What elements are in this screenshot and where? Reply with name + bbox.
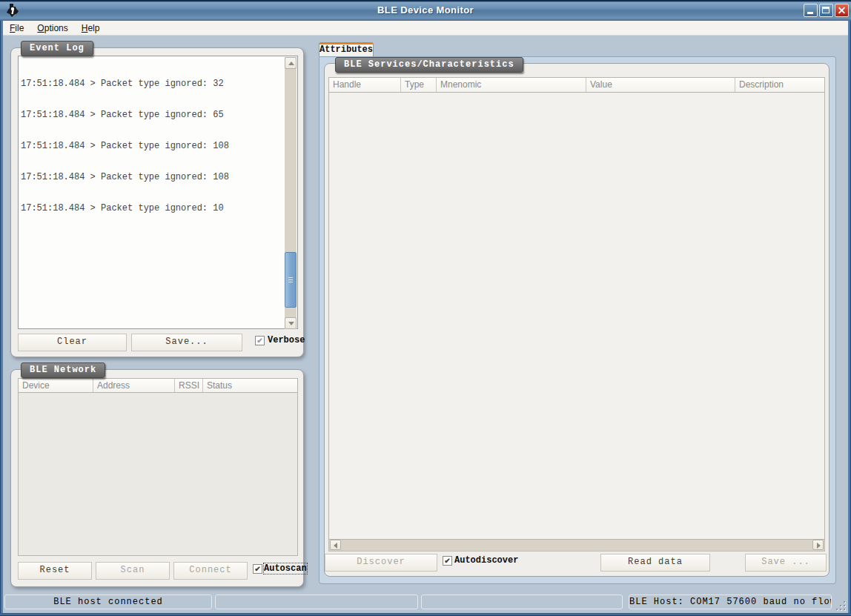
status-section-2 <box>215 595 418 609</box>
discover-button[interactable]: Discover <box>325 554 437 572</box>
ble-network-title: BLE Network <box>21 362 105 378</box>
log-line: 17:51:18.484 > Packet type ignored: 108 <box>21 141 282 151</box>
status-section-3 <box>421 595 623 609</box>
verbose-checkbox[interactable]: ✔ <box>255 336 265 345</box>
maximize-icon <box>822 7 830 13</box>
window-border-bottom <box>0 613 851 616</box>
log-line: 17:51:18.484 > Packet type ignored: 32 <box>21 79 282 89</box>
scroll-right-button[interactable] <box>812 540 824 550</box>
resize-grip-icon[interactable] <box>835 600 847 611</box>
close-button[interactable] <box>835 4 849 17</box>
menu-options[interactable]: Options <box>30 21 74 35</box>
log-line: 17:51:18.484 > Packet type ignored: 10 <box>21 203 282 213</box>
window-title: BLE Device Monitor <box>0 4 851 16</box>
read-data-button[interactable]: Read data <box>600 554 710 572</box>
event-log-view[interactable]: 17:51:18.484 > Packet type ignored: 32 1… <box>18 56 298 329</box>
services-group-title: BLE Services/Characteristics <box>335 57 523 73</box>
autoscan-label[interactable]: Autoscan <box>264 563 307 574</box>
menu-help[interactable]: Help <box>75 21 107 35</box>
arrow-right-icon <box>817 543 821 549</box>
clear-button[interactable]: Clear <box>18 334 127 351</box>
minimize-icon <box>807 12 813 14</box>
menu-bar: File Options Help <box>3 21 848 36</box>
title-bar[interactable]: BLE Device Monitor <box>0 0 851 21</box>
col-description[interactable]: Description <box>735 78 824 92</box>
scroll-up-button[interactable] <box>285 57 297 69</box>
services-hscrollbar[interactable] <box>328 540 825 552</box>
maximize-button[interactable] <box>819 4 833 17</box>
col-handle[interactable]: Handle <box>329 78 401 92</box>
arrow-left-icon <box>334 543 337 549</box>
connect-button[interactable]: Connect <box>173 562 248 580</box>
col-device[interactable]: Device <box>19 379 93 392</box>
col-value[interactable]: Value <box>586 78 735 92</box>
col-rssi[interactable]: RSSI <box>175 379 203 392</box>
arrow-down-icon <box>288 322 294 325</box>
services-header: Handle Type Mnenomic Value Description <box>329 78 824 93</box>
status-host-connection: BLE host connected <box>4 595 212 609</box>
tab-attributes[interactable]: Attributes <box>319 42 374 57</box>
reset-button[interactable]: Reset <box>18 562 92 580</box>
minimize-button[interactable] <box>804 4 818 17</box>
save-attributes-button[interactable]: Save ... <box>745 554 827 572</box>
scan-button[interactable]: Scan <box>96 562 170 580</box>
autoscan-checkbox[interactable]: ✔ <box>253 564 262 574</box>
status-host-settings: BLE Host: COM17 57600 baud no flowc. <box>629 595 832 609</box>
scroll-down-button[interactable] <box>285 317 297 329</box>
log-line: 17:51:18.484 > Packet type ignored: 65 <box>21 110 282 120</box>
ble-network-header: Device Address RSSI Status <box>19 379 297 393</box>
scroll-thumb[interactable] <box>285 252 297 308</box>
col-type[interactable]: Type <box>401 78 437 92</box>
col-address[interactable]: Address <box>93 379 175 392</box>
window-border-right <box>848 21 851 616</box>
col-mnenomic[interactable]: Mnenomic <box>437 78 586 92</box>
event-log-title: Event Log <box>21 41 93 56</box>
ble-network-table[interactable]: Device Address RSSI Status <box>18 378 298 556</box>
event-log-lines: 17:51:18.484 > Packet type ignored: 32 1… <box>21 58 282 234</box>
scroll-left-button[interactable] <box>330 540 341 550</box>
save-log-button[interactable]: Save... <box>131 334 242 351</box>
log-line: 17:51:18.484 > Packet type ignored: 108 <box>21 172 282 182</box>
status-bar: BLE host connected BLE Host: COM17 57600… <box>3 593 848 613</box>
col-status[interactable]: Status <box>203 379 297 392</box>
arrow-up-icon <box>288 62 294 65</box>
event-log-scrollbar[interactable] <box>285 57 297 329</box>
window-border-left <box>0 21 3 616</box>
autodiscover-checkbox[interactable]: ✔ <box>443 556 452 566</box>
menu-file[interactable]: File <box>3 21 30 35</box>
verbose-label[interactable]: Verbose <box>268 335 305 345</box>
autodiscover-label[interactable]: Autodiscover <box>454 555 518 566</box>
services-table[interactable]: Handle Type Mnenomic Value Description <box>328 77 825 540</box>
